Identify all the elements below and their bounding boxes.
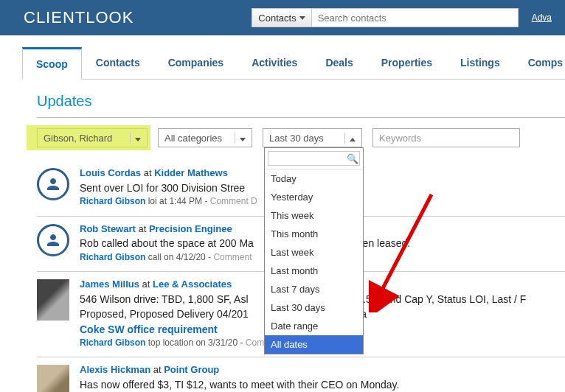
filter-keywords-placeholder: Keywords <box>379 133 421 144</box>
tab-scoop[interactable]: Scoop <box>22 47 82 80</box>
at-text: at <box>138 223 146 234</box>
author-link[interactable]: Richard Gibson <box>80 337 145 348</box>
company-link[interactable]: Precision Enginee <box>149 223 232 234</box>
date-option-date-range[interactable]: Date range <box>265 317 363 335</box>
date-option-last-week[interactable]: Last week <box>265 243 363 262</box>
feed-body: Alexis Hickman at Point Group Has now of… <box>80 363 565 392</box>
tab-listings[interactable]: Listings <box>446 47 514 79</box>
feed-actions[interactable]: Comment <box>213 252 252 262</box>
avatar-photo <box>37 279 69 321</box>
filter-user-label: Gibson, Richard <box>44 133 112 144</box>
search-input[interactable] <box>312 8 519 27</box>
filter-user-dropdown[interactable]: Gibson, Richard <box>37 128 148 147</box>
search-category-label: Contacts <box>258 13 296 24</box>
advanced-search-link[interactable]: Adva <box>532 13 552 23</box>
feed-tag: call <box>148 252 162 262</box>
tab-comps[interactable]: Comps <box>514 47 565 79</box>
avatar-photo <box>37 365 69 392</box>
avatar-icon <box>37 224 69 256</box>
contact-link[interactable]: Rob Stewart <box>80 223 136 234</box>
feed-time: on 4/12/20 - <box>164 252 211 262</box>
filter-date-dropdown[interactable]: Last 30 days <box>263 128 362 147</box>
date-option-today[interactable]: Today <box>265 169 363 188</box>
tab-deals[interactable]: Deals <box>311 47 367 79</box>
at-text: at <box>144 167 152 178</box>
contact-link[interactable]: James Millus <box>80 279 139 290</box>
avatar-icon <box>37 168 69 200</box>
contact-link[interactable]: Alexis Hickman <box>80 364 150 375</box>
feed-description: Has now offered $3, TI $12, wants to mee… <box>80 377 565 392</box>
date-option-last-30-days[interactable]: Last 30 days <box>265 298 363 317</box>
search-category-dropdown[interactable]: Contacts <box>252 8 311 27</box>
page-title: Updates <box>37 93 565 110</box>
date-dropdown-panel: 🔍 Today Yesterday This week This month L… <box>264 147 364 354</box>
main-tabs: Scoop Contacts Companies Activities Deal… <box>22 47 565 80</box>
date-option-this-week[interactable]: This week <box>265 206 363 225</box>
date-option-last-7-days[interactable]: Last 7 days <box>265 280 363 298</box>
chevron-up-icon <box>344 133 356 144</box>
search-icon: 🔍 <box>347 153 358 164</box>
tab-companies[interactable]: Companies <box>154 47 238 79</box>
author-link[interactable]: Richard Gibson <box>80 252 145 262</box>
filter-bar: Gibson, Richard All categories Last 30 d… <box>37 128 565 147</box>
at-text: at <box>142 279 150 290</box>
tab-contacts[interactable]: Contacts <box>82 47 154 79</box>
date-option-all-dates[interactable]: All dates <box>265 335 363 354</box>
feed-time: at 1:44 PM - <box>159 196 207 206</box>
feed-actions[interactable]: Comment D <box>210 196 257 206</box>
global-search: Contacts Adva <box>252 8 552 27</box>
dropdown-search: 🔍 <box>265 148 363 169</box>
chevron-down-icon <box>130 133 141 144</box>
feed-item: Alexis Hickman at Point Group Has now of… <box>37 357 565 392</box>
divider <box>37 117 565 118</box>
filter-date-label: Last 30 days <box>269 133 324 144</box>
chevron-down-icon <box>299 16 305 20</box>
company-link[interactable]: Lee & Associates <box>153 279 232 290</box>
contact-link[interactable]: Louis Cordas <box>80 167 141 178</box>
tab-properties[interactable]: Properties <box>367 47 446 79</box>
company-link[interactable]: Kidder Mathews <box>154 167 228 178</box>
filter-keywords-input[interactable]: Keywords <box>372 128 520 147</box>
chevron-down-icon <box>235 133 246 144</box>
app-logo: CLIENTLOOK <box>24 8 134 27</box>
at-text: at <box>153 364 162 375</box>
app-header: CLIENTLOOK Contacts Adva <box>0 0 565 35</box>
filter-category-dropdown[interactable]: All categories <box>158 128 252 147</box>
date-option-last-month[interactable]: Last month <box>265 262 363 280</box>
company-link[interactable]: Point Group <box>164 364 219 375</box>
feed-tag: top location <box>148 337 193 348</box>
tab-activities[interactable]: Activities <box>238 47 311 79</box>
page-body: Updates Gibson, Richard All categories L… <box>0 80 565 392</box>
feed-tag: loi <box>148 196 157 206</box>
feed-time: on 3/31/20 - <box>195 337 243 348</box>
filter-category-label: All categories <box>164 133 222 144</box>
author-link[interactable]: Richard Gibson <box>80 196 145 206</box>
date-option-this-month[interactable]: This month <box>265 225 363 243</box>
date-option-yesterday[interactable]: Yesterday <box>265 188 363 206</box>
